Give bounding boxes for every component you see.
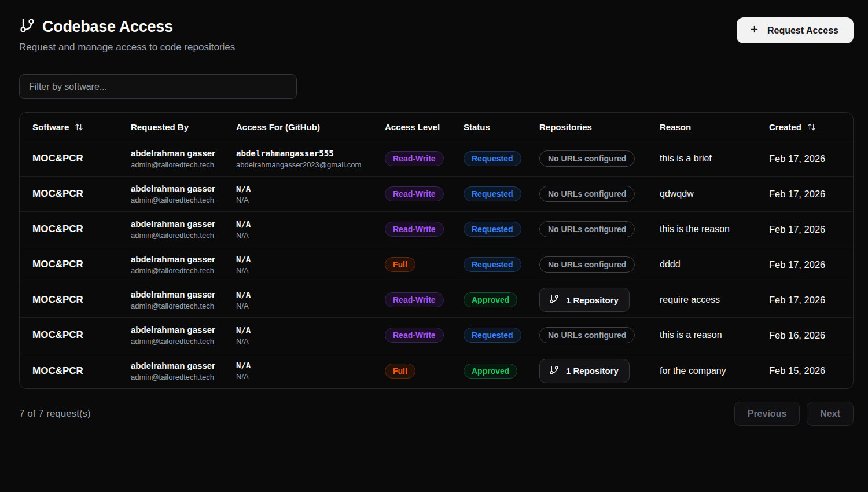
requested-by-cell: abdelrahman gasser admin@tailoredtech.te… <box>131 254 236 275</box>
plus-icon <box>749 24 759 36</box>
requested-by-email: admin@tailoredtech.tech <box>131 337 236 346</box>
status-badge: Requested <box>464 222 521 237</box>
sort-icon <box>807 123 816 131</box>
reason-cell: this is a brief <box>660 153 769 164</box>
request-access-label: Request Access <box>767 25 838 36</box>
next-button[interactable]: Next <box>807 402 854 426</box>
access-level-badge: Read-Write <box>385 186 444 201</box>
access-level-cell: Full <box>385 257 464 272</box>
page-subtitle: Request and manage access to code reposi… <box>19 42 235 53</box>
no-urls-badge: No URLs configured <box>539 150 635 167</box>
reason-cell: for the company <box>660 366 769 376</box>
created-cell: Feb 17, 2026 <box>769 295 853 306</box>
github-username: N/A <box>236 325 385 335</box>
requested-by-email: admin@tailoredtech.tech <box>131 160 236 169</box>
column-header-requested-by: Requested By <box>131 122 236 132</box>
request-count: 7 of 7 request(s) <box>19 408 91 420</box>
requested-by-name: abdelrahman gasser <box>131 254 236 264</box>
repositories-cell: No URLs configured <box>539 221 660 237</box>
requested-by-email: admin@tailoredtech.tech <box>131 231 236 240</box>
github-email: N/A <box>236 372 385 381</box>
previous-button[interactable]: Previous <box>734 402 800 426</box>
requested-by-cell: abdelrahman gasser admin@tailoredtech.te… <box>131 183 236 204</box>
table-row: MOC&PCR abdelrahman gasser admin@tailore… <box>20 247 853 282</box>
access-level-badge: Read-Write <box>385 222 444 237</box>
access-level-cell: Full <box>385 364 464 379</box>
requested-by-email: admin@tailoredtech.tech <box>131 266 236 275</box>
repositories-cell: 1 Repository <box>539 359 660 383</box>
software-cell: MOC&PCR <box>32 365 131 377</box>
table-row: MOC&PCR abdelrahman gasser admin@tailore… <box>20 141 853 177</box>
repository-button-label: 1 Repository <box>566 366 619 376</box>
access-for-cell: N/A N/A <box>236 255 385 275</box>
reason-cell: this is the reason <box>660 224 769 234</box>
requested-by-email: admin@tailoredtech.tech <box>131 302 236 310</box>
access-for-cell: N/A N/A <box>236 325 385 346</box>
no-urls-badge: No URLs configured <box>539 221 635 237</box>
github-email: N/A <box>236 266 385 275</box>
software-cell: MOC&PCR <box>32 223 131 235</box>
github-email: N/A <box>236 231 385 240</box>
requested-by-cell: abdelrahman gasser admin@tailoredtech.te… <box>131 361 236 381</box>
column-header-created[interactable]: Created <box>769 122 853 132</box>
table-footer: 7 of 7 request(s) Previous Next <box>19 402 854 426</box>
status-badge: Requested <box>464 257 521 272</box>
status-badge: Approved <box>464 364 517 379</box>
git-branch-icon <box>549 365 559 377</box>
repository-button[interactable]: 1 Repository <box>539 288 630 312</box>
created-cell: Feb 17, 2026 <box>769 259 853 270</box>
status-cell: Requested <box>464 257 539 272</box>
page-title: Codebase Access <box>42 18 173 36</box>
access-level-cell: Read-Write <box>385 151 464 166</box>
repository-button-label: 1 Repository <box>566 295 619 305</box>
created-cell: Feb 17, 2026 <box>769 153 853 164</box>
requested-by-cell: abdelrahman gasser admin@tailoredtech.te… <box>131 219 236 240</box>
table-row: MOC&PCR abdelrahman gasser admin@tailore… <box>20 318 853 353</box>
column-header-status: Status <box>464 122 539 132</box>
page-header: Codebase Access Request and manage acces… <box>19 17 854 53</box>
repository-button[interactable]: 1 Repository <box>539 359 630 383</box>
reason-cell: require access <box>660 295 769 305</box>
github-username: N/A <box>236 290 385 299</box>
access-for-cell: N/A N/A <box>236 219 385 240</box>
status-cell: Approved <box>464 364 539 379</box>
table-row: MOC&PCR abdelrahman gasser admin@tailore… <box>20 177 853 212</box>
requested-by-name: abdelrahman gasser <box>131 289 236 299</box>
access-level-badge: Read-Write <box>385 292 444 307</box>
column-header-access-level: Access Level <box>385 122 464 132</box>
filter-software-input[interactable] <box>19 74 297 99</box>
github-email: N/A <box>236 302 385 310</box>
software-cell: MOC&PCR <box>32 294 131 306</box>
requested-by-name: abdelrahman gasser <box>131 183 236 193</box>
table-header-row: Software Requested By Access For (GitHub… <box>20 113 853 141</box>
status-cell: Requested <box>464 222 539 237</box>
status-badge: Requested <box>464 328 521 343</box>
access-requests-table: Software Requested By Access For (GitHub… <box>19 112 854 389</box>
requested-by-cell: abdelrahman gasser admin@tailoredtech.te… <box>131 148 236 169</box>
git-branch-icon <box>549 294 559 306</box>
github-email: N/A <box>236 337 385 346</box>
requested-by-cell: abdelrahman gasser admin@tailoredtech.te… <box>131 325 236 346</box>
column-header-software[interactable]: Software <box>32 122 131 132</box>
software-cell: MOC&PCR <box>32 153 131 164</box>
pagination: Previous Next <box>734 402 854 426</box>
column-header-access-for: Access For (GitHub) <box>236 122 385 132</box>
github-username: N/A <box>236 255 385 264</box>
created-cell: Feb 15, 2026 <box>769 365 853 376</box>
software-cell: MOC&PCR <box>32 259 131 270</box>
reason-cell: this is a reason <box>660 330 769 340</box>
table-row: MOC&PCR abdelrahman gasser admin@tailore… <box>20 353 853 388</box>
repositories-cell: No URLs configured <box>539 186 660 202</box>
table-row: MOC&PCR abdelrahman gasser admin@tailore… <box>20 282 853 318</box>
git-branch-icon <box>19 17 35 36</box>
access-level-cell: Read-Write <box>385 186 464 201</box>
access-level-badge: Read-Write <box>385 151 444 166</box>
status-badge: Requested <box>464 151 521 166</box>
request-access-button[interactable]: Request Access <box>737 17 854 43</box>
reason-cell: dddd <box>660 259 769 270</box>
repositories-cell: No URLs configured <box>539 256 660 273</box>
repositories-cell: No URLs configured <box>539 327 660 343</box>
status-badge: Requested <box>464 186 521 201</box>
repositories-cell: No URLs configured <box>539 150 660 167</box>
access-level-cell: Read-Write <box>385 292 464 307</box>
